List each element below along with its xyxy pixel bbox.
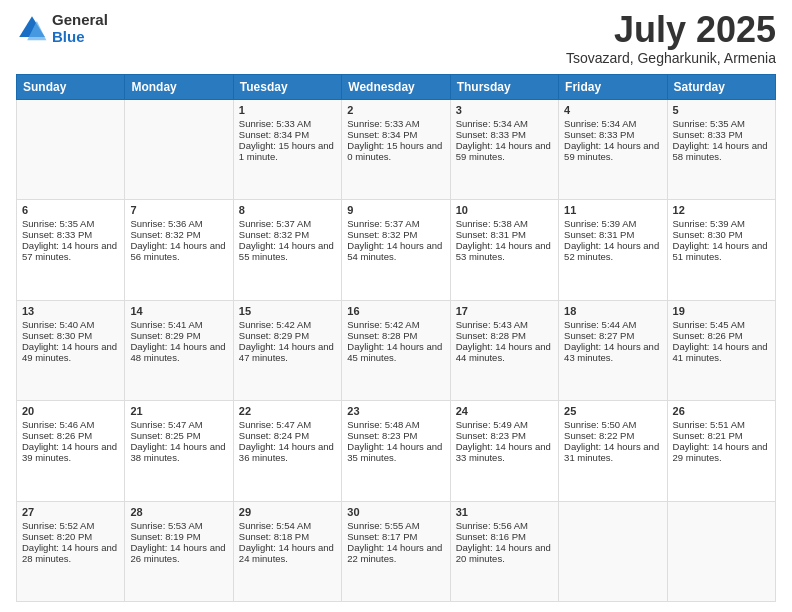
day-number: 22 — [239, 405, 336, 417]
day-info: Daylight: 14 hours and 59 minutes. — [456, 140, 553, 162]
day-info: Daylight: 14 hours and 38 minutes. — [130, 441, 227, 463]
day-info: Daylight: 14 hours and 36 minutes. — [239, 441, 336, 463]
calendar-cell: 18Sunrise: 5:44 AMSunset: 8:27 PMDayligh… — [559, 300, 667, 400]
day-info: Sunset: 8:24 PM — [239, 430, 336, 441]
day-info: Sunrise: 5:49 AM — [456, 419, 553, 430]
title-block: July 2025 Tsovazard, Gegharkunik, Armeni… — [566, 12, 776, 66]
day-info: Daylight: 14 hours and 33 minutes. — [456, 441, 553, 463]
calendar-cell: 20Sunrise: 5:46 AMSunset: 8:26 PMDayligh… — [17, 401, 125, 501]
day-info: Daylight: 14 hours and 44 minutes. — [456, 341, 553, 363]
day-info: Sunrise: 5:41 AM — [130, 319, 227, 330]
header: General Blue July 2025 Tsovazard, Geghar… — [16, 12, 776, 66]
day-info: Daylight: 14 hours and 58 minutes. — [673, 140, 770, 162]
calendar-cell: 6Sunrise: 5:35 AMSunset: 8:33 PMDaylight… — [17, 200, 125, 300]
day-number: 28 — [130, 506, 227, 518]
day-info: Daylight: 14 hours and 49 minutes. — [22, 341, 119, 363]
calendar-cell: 27Sunrise: 5:52 AMSunset: 8:20 PMDayligh… — [17, 501, 125, 601]
calendar-cell: 26Sunrise: 5:51 AMSunset: 8:21 PMDayligh… — [667, 401, 775, 501]
day-info: Sunrise: 5:38 AM — [456, 218, 553, 229]
calendar-cell: 1Sunrise: 5:33 AMSunset: 8:34 PMDaylight… — [233, 100, 341, 200]
day-info: Sunrise: 5:35 AM — [673, 118, 770, 129]
calendar-cell — [559, 501, 667, 601]
day-info: Daylight: 14 hours and 26 minutes. — [130, 542, 227, 564]
calendar-cell — [125, 100, 233, 200]
day-info: Sunset: 8:17 PM — [347, 531, 444, 542]
day-info: Sunrise: 5:46 AM — [22, 419, 119, 430]
day-info: Sunrise: 5:40 AM — [22, 319, 119, 330]
day-info: Sunset: 8:29 PM — [239, 330, 336, 341]
day-number: 3 — [456, 104, 553, 116]
day-info: Daylight: 14 hours and 41 minutes. — [673, 341, 770, 363]
calendar-cell: 10Sunrise: 5:38 AMSunset: 8:31 PMDayligh… — [450, 200, 558, 300]
day-info: Sunset: 8:25 PM — [130, 430, 227, 441]
day-number: 16 — [347, 305, 444, 317]
day-number: 17 — [456, 305, 553, 317]
day-info: Sunset: 8:31 PM — [456, 229, 553, 240]
day-info: Sunrise: 5:45 AM — [673, 319, 770, 330]
day-number: 8 — [239, 204, 336, 216]
day-info: Sunset: 8:34 PM — [347, 129, 444, 140]
day-number: 24 — [456, 405, 553, 417]
day-info: Sunset: 8:26 PM — [673, 330, 770, 341]
header-saturday: Saturday — [667, 75, 775, 100]
day-info: Daylight: 14 hours and 24 minutes. — [239, 542, 336, 564]
day-info: Daylight: 14 hours and 31 minutes. — [564, 441, 661, 463]
day-info: Sunrise: 5:37 AM — [347, 218, 444, 229]
calendar-cell — [17, 100, 125, 200]
day-info: Sunset: 8:19 PM — [130, 531, 227, 542]
calendar-cell: 25Sunrise: 5:50 AMSunset: 8:22 PMDayligh… — [559, 401, 667, 501]
day-info: Sunrise: 5:52 AM — [22, 520, 119, 531]
calendar-cell: 21Sunrise: 5:47 AMSunset: 8:25 PMDayligh… — [125, 401, 233, 501]
calendar-cell: 16Sunrise: 5:42 AMSunset: 8:28 PMDayligh… — [342, 300, 450, 400]
header-tuesday: Tuesday — [233, 75, 341, 100]
day-info: Sunset: 8:16 PM — [456, 531, 553, 542]
day-info: Daylight: 15 hours and 0 minutes. — [347, 140, 444, 162]
day-info: Daylight: 14 hours and 29 minutes. — [673, 441, 770, 463]
day-info: Daylight: 14 hours and 39 minutes. — [22, 441, 119, 463]
day-info: Daylight: 14 hours and 55 minutes. — [239, 240, 336, 262]
calendar-cell: 5Sunrise: 5:35 AMSunset: 8:33 PMDaylight… — [667, 100, 775, 200]
day-info: Sunrise: 5:44 AM — [564, 319, 661, 330]
day-number: 15 — [239, 305, 336, 317]
day-info: Sunset: 8:22 PM — [564, 430, 661, 441]
calendar-cell: 2Sunrise: 5:33 AMSunset: 8:34 PMDaylight… — [342, 100, 450, 200]
header-wednesday: Wednesday — [342, 75, 450, 100]
day-info: Sunrise: 5:47 AM — [130, 419, 227, 430]
day-info: Sunrise: 5:56 AM — [456, 520, 553, 531]
location-subtitle: Tsovazard, Gegharkunik, Armenia — [566, 50, 776, 66]
day-info: Daylight: 15 hours and 1 minute. — [239, 140, 336, 162]
day-number: 13 — [22, 305, 119, 317]
calendar-cell: 29Sunrise: 5:54 AMSunset: 8:18 PMDayligh… — [233, 501, 341, 601]
day-info: Sunset: 8:18 PM — [239, 531, 336, 542]
day-info: Sunset: 8:33 PM — [22, 229, 119, 240]
logo: General Blue — [16, 12, 108, 45]
day-number: 19 — [673, 305, 770, 317]
day-info: Daylight: 14 hours and 52 minutes. — [564, 240, 661, 262]
weekday-header-row: Sunday Monday Tuesday Wednesday Thursday… — [17, 75, 776, 100]
calendar-cell: 8Sunrise: 5:37 AMSunset: 8:32 PMDaylight… — [233, 200, 341, 300]
day-info: Sunset: 8:27 PM — [564, 330, 661, 341]
day-info: Sunset: 8:28 PM — [456, 330, 553, 341]
calendar-cell: 24Sunrise: 5:49 AMSunset: 8:23 PMDayligh… — [450, 401, 558, 501]
calendar-cell: 13Sunrise: 5:40 AMSunset: 8:30 PMDayligh… — [17, 300, 125, 400]
day-info: Sunset: 8:23 PM — [456, 430, 553, 441]
day-info: Sunrise: 5:34 AM — [456, 118, 553, 129]
day-info: Sunset: 8:34 PM — [239, 129, 336, 140]
day-info: Sunrise: 5:42 AM — [347, 319, 444, 330]
day-info: Sunset: 8:32 PM — [239, 229, 336, 240]
day-number: 23 — [347, 405, 444, 417]
day-info: Sunset: 8:23 PM — [347, 430, 444, 441]
day-info: Sunrise: 5:35 AM — [22, 218, 119, 229]
day-info: Sunset: 8:32 PM — [130, 229, 227, 240]
logo-general-text: General — [52, 12, 108, 29]
calendar-cell: 15Sunrise: 5:42 AMSunset: 8:29 PMDayligh… — [233, 300, 341, 400]
header-friday: Friday — [559, 75, 667, 100]
day-number: 9 — [347, 204, 444, 216]
week-row-1: 1Sunrise: 5:33 AMSunset: 8:34 PMDaylight… — [17, 100, 776, 200]
calendar-cell: 11Sunrise: 5:39 AMSunset: 8:31 PMDayligh… — [559, 200, 667, 300]
calendar-cell: 4Sunrise: 5:34 AMSunset: 8:33 PMDaylight… — [559, 100, 667, 200]
day-info: Sunset: 8:33 PM — [564, 129, 661, 140]
day-info: Daylight: 14 hours and 35 minutes. — [347, 441, 444, 463]
week-row-3: 13Sunrise: 5:40 AMSunset: 8:30 PMDayligh… — [17, 300, 776, 400]
day-info: Sunset: 8:33 PM — [673, 129, 770, 140]
